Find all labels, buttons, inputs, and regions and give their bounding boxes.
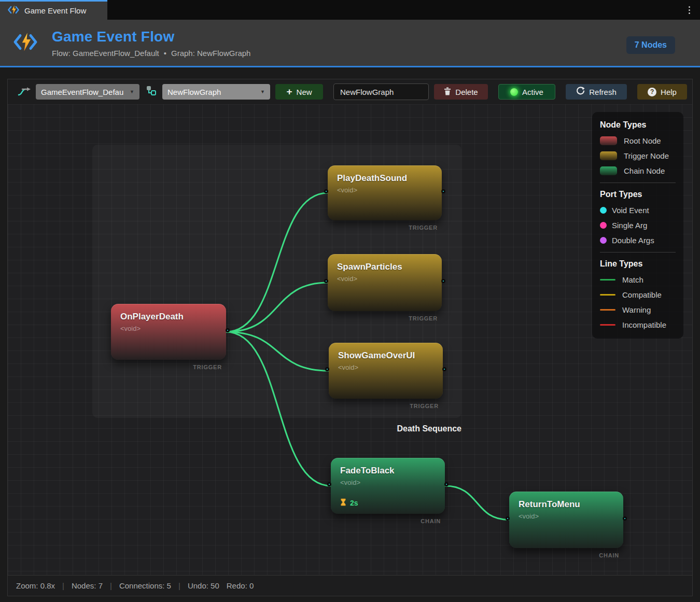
legend-label: Double Args [612,236,654,245]
node-title: PlayDeathSound [337,173,432,184]
legend-node-types-title: Node Types [600,120,676,130]
connection-wire[interactable] [226,193,328,332]
page-title: Game Event Flow [52,29,250,45]
output-port[interactable] [441,279,445,283]
new-graph-button[interactable]: + New [275,84,323,100]
output-port[interactable] [623,516,627,521]
app-logo-icon-large [12,32,38,54]
legend-label: Root Node [624,136,661,145]
legend-row: Match [600,275,676,284]
nodes-count-badge: 7 Nodes [626,36,675,54]
canvas[interactable]: Death Sequence Node Types Root NodeTrigg… [8,104,692,575]
refresh-icon [576,87,585,97]
flow-dropdown[interactable]: GameEventFlow_Defau ▼ [36,84,139,100]
header-text: Game Event Flow Flow: GameEventFlow_Defa… [52,29,250,58]
subtitle-separator: • [164,49,166,58]
delay-badge: 2s [340,498,358,508]
legend-label: Incompatible [622,320,666,329]
delete-button[interactable]: Delete [434,84,488,100]
output-port[interactable] [226,328,230,332]
node-ShowGameOverUI[interactable]: ShowGameOverUI<void>TRIGGER [329,343,443,399]
node-title: FadeToBlack [340,466,436,476]
input-port[interactable] [506,516,510,521]
help-button[interactable]: ? Help [637,84,687,100]
graph-hierarchy-icon [145,85,157,99]
node-signature: <void> [519,512,614,520]
input-port[interactable] [325,367,329,371]
legend-row: Incompatible [600,320,676,329]
node-title: OnPlayerDeath [120,312,217,322]
input-port[interactable] [324,279,328,283]
tab-game-event-flow[interactable]: Game Event Flow [0,0,107,20]
legend-label: Match [622,275,643,284]
header: Game Event Flow Flow: GameEventFlow_Defa… [0,20,700,67]
legend-divider [600,252,676,253]
single-arg-dot [600,222,607,229]
node-signature: <void> [337,186,432,194]
node-signature: <void> [120,325,217,332]
node-kind-label: TRIGGER [410,403,439,409]
active-toggle-button[interactable]: Active [498,84,555,100]
legend-label: Void Event [612,206,649,215]
graph-name-input[interactable] [333,83,429,100]
input-port[interactable] [327,482,331,486]
graph-dropdown-value: NewFlowGraph [167,88,221,96]
legend-port-types-title: Port Types [600,190,676,199]
node-SpawnParticles[interactable]: SpawnParticles<void>TRIGGER [328,254,442,311]
graph-dropdown[interactable]: NewFlowGraph ▼ [162,84,270,100]
legend-port-types: Void EventSingle ArgDouble Args [600,206,676,245]
node-kind-label: CHAIN [599,552,619,558]
question-mark-icon: ? [648,88,656,96]
output-port[interactable] [441,189,445,193]
tab-bar: Game Event Flow [0,0,700,20]
legend-label: Warning [622,305,651,314]
status-item: Redo: 0 [227,581,254,590]
connection-wire[interactable] [226,332,329,371]
compatible-line-swatch [600,294,615,296]
legend-row: Chain Node [600,166,676,175]
legend-label: Single Arg [612,221,647,230]
legend-row: Single Arg [600,221,676,230]
input-port[interactable] [324,189,328,193]
node-ReturnToMenu[interactable]: ReturnToMenu<void>CHAIN [509,492,623,548]
legend-row: Root Node [600,136,676,145]
legend-line-types: MatchCompatibleWarningIncompatible [600,275,676,329]
status-separator: | [62,581,64,590]
node-signature: <void> [338,363,433,371]
status-item: Connections: 5 [119,581,171,590]
status-item: Undo: 50 [188,581,219,590]
status-item: Nodes: 7 [72,581,103,590]
trigger-node-swatch [600,151,617,160]
legend-row: Void Event [600,206,676,215]
legend-label: Compatible [622,290,662,299]
connection-wire[interactable] [226,332,331,486]
connection-wire[interactable] [445,486,509,520]
output-port[interactable] [442,367,446,371]
app-window: Game Event Flow Game Event Flow Flow: Ga… [0,0,700,602]
incompatible-line-swatch [600,324,615,326]
active-status-icon [510,88,518,96]
node-OnPlayerDeath[interactable]: OnPlayerDeath<void>TRIGGER [111,304,226,360]
node-PlayDeathSound[interactable]: PlayDeathSound<void>TRIGGER [328,165,442,220]
connection-wire[interactable] [226,283,328,332]
node-FadeToBlack[interactable]: FadeToBlack<void>2sCHAIN [331,458,445,514]
app-logo-icon [7,5,20,17]
legend-row: Double Args [600,236,676,245]
flow-dropdown-value: GameEventFlow_Defau [41,88,123,96]
node-title: SpawnParticles [337,262,432,272]
node-signature: <void> [337,275,432,283]
refresh-button[interactable]: Refresh [566,84,627,100]
kebab-menu-icon[interactable] [684,5,694,15]
double-args-dot [600,237,607,244]
void-event-dot [600,207,607,214]
chevron-down-icon: ▼ [260,89,265,94]
node-kind-label: TRIGGER [409,225,438,231]
legend-row: Trigger Node [600,151,676,160]
output-port[interactable] [444,482,449,486]
trash-icon [444,87,451,97]
delay-value: 2s [350,499,358,507]
flow-merge-icon [17,85,31,99]
node-kind-label: CHAIN [421,518,441,524]
legend-label: Trigger Node [624,151,669,160]
node-title: ReturnToMenu [519,499,614,510]
